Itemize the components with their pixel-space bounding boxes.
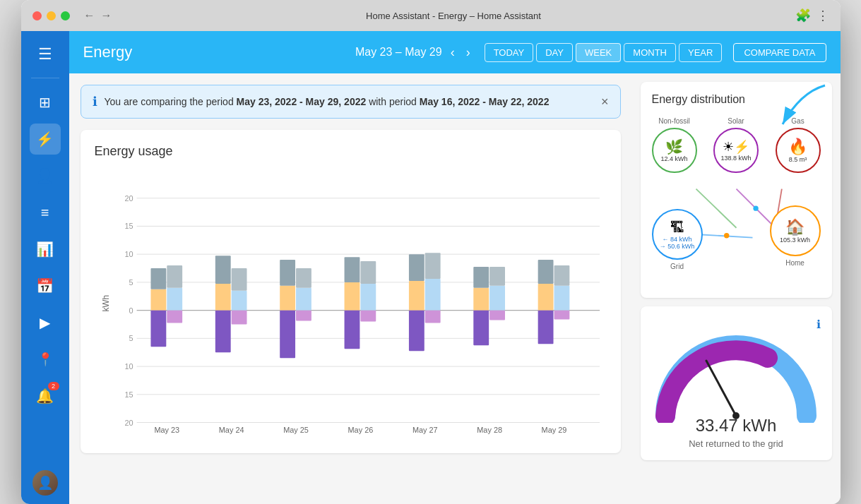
solar-node: Solar ☀⚡ 138.8 kWh <box>713 117 759 173</box>
svg-rect-28 <box>231 291 247 311</box>
svg-rect-43 <box>360 261 376 284</box>
info-icon: ℹ <box>93 94 97 109</box>
today-button[interactable]: TODAY <box>485 43 534 62</box>
grid-icon: 🏗 <box>670 220 684 236</box>
svg-rect-20 <box>150 268 166 289</box>
solar-icon: ☀⚡ <box>723 139 749 155</box>
svg-line-75 <box>706 361 736 416</box>
sidebar-divider <box>31 78 59 78</box>
menu-button[interactable]: ⋮ <box>817 8 829 23</box>
svg-rect-54 <box>473 288 489 311</box>
svg-rect-62 <box>538 260 553 284</box>
list-icon: ≡ <box>41 205 49 221</box>
day-button[interactable]: DAY <box>536 43 573 62</box>
svg-rect-61 <box>538 284 553 311</box>
content-area: ℹ You are comparing the period May 23, 2… <box>69 73 841 504</box>
sidebar-menu-icon[interactable]: ☰ <box>32 40 58 69</box>
month-button[interactable]: MONTH <box>624 43 676 62</box>
energy-chart: kWh 20 15 10 5 <box>95 170 607 436</box>
sidebar-item-list[interactable]: ≡ <box>30 197 61 228</box>
svg-text:10: 10 <box>124 250 133 258</box>
info-close-button[interactable]: × <box>601 95 609 109</box>
tools-icon: 📍 <box>37 352 53 367</box>
home-node: 🏠 105.3 kWh Home <box>770 205 821 267</box>
svg-rect-42 <box>360 284 376 311</box>
svg-text:15: 15 <box>124 222 133 230</box>
svg-rect-23 <box>150 311 166 347</box>
svg-rect-48 <box>408 254 424 281</box>
svg-text:May 26: May 26 <box>348 426 373 434</box>
svg-rect-37 <box>280 311 295 359</box>
media-icon: ▶ <box>40 314 50 331</box>
svg-rect-50 <box>424 253 440 279</box>
extensions-button[interactable]: 🧩 <box>795 8 811 23</box>
svg-rect-59 <box>489 311 505 320</box>
browser-nav: ← → <box>84 9 112 22</box>
sidebar-item-media[interactable]: ▶ <box>30 307 61 338</box>
avatar[interactable]: 👤 <box>32 470 58 496</box>
svg-rect-44 <box>344 311 360 349</box>
svg-rect-21 <box>167 288 182 311</box>
chart-wrapper: kWh 20 15 10 5 <box>95 170 607 439</box>
leaf-icon: 🌿 <box>665 138 683 155</box>
svg-text:5: 5 <box>129 278 133 287</box>
svg-rect-31 <box>231 311 247 325</box>
person-icon: 👤 <box>36 167 54 184</box>
non-fossil-label: Non-fossil <box>658 117 689 125</box>
minimize-traffic-light[interactable] <box>47 11 56 20</box>
gauge-info-icon[interactable]: ℹ <box>817 318 821 331</box>
sidebar: ☰ ⊞ ⚡ 👤 ≡ 📊 📅 ▶ 📍 <box>21 31 69 504</box>
solar-label: Solar <box>728 117 744 125</box>
app: ☰ ⊞ ⚡ 👤 ≡ 📊 📅 ▶ 📍 <box>21 31 841 504</box>
home-icon: 🏠 <box>785 218 804 236</box>
browser-window: ← → Home Assistant - Energy – Home Assis… <box>21 0 841 504</box>
sidebar-item-chart[interactable]: 📊 <box>30 234 61 265</box>
svg-rect-19 <box>150 289 166 311</box>
avatar-image: 👤 <box>32 470 58 496</box>
date-range: May 23 – May 29 <box>355 46 442 59</box>
svg-rect-47 <box>408 281 424 311</box>
solar-value: 138.8 kWh <box>720 155 751 162</box>
header: Energy May 23 – May 29 ‹ › TODAY DAY WEE… <box>69 31 841 73</box>
sidebar-item-energy[interactable]: ⚡ <box>30 124 61 155</box>
sidebar-item-notifications[interactable]: 🔔 2 <box>30 380 61 412</box>
sidebar-item-calendar[interactable]: 📅 <box>30 270 61 301</box>
close-traffic-light[interactable] <box>32 11 42 20</box>
sidebar-item-dashboard[interactable]: ⊞ <box>30 87 61 118</box>
energy-icon: ⚡ <box>36 131 54 148</box>
svg-rect-49 <box>424 279 440 311</box>
grid-value1: ← 84 kWh <box>662 236 691 243</box>
svg-text:May 27: May 27 <box>412 426 437 434</box>
svg-rect-63 <box>554 286 569 311</box>
browser-actions: 🧩 ⋮ <box>795 8 829 23</box>
left-panel: ℹ You are comparing the period May 23, 2… <box>69 73 632 504</box>
maximize-traffic-light[interactable] <box>61 11 70 20</box>
compare-data-button[interactable]: COMPARE DATA <box>733 43 826 62</box>
non-fossil-value: 12.4 kWh <box>660 155 687 162</box>
back-button[interactable]: ← <box>84 9 95 22</box>
home-label: Home <box>785 259 804 267</box>
svg-rect-58 <box>473 311 489 346</box>
svg-text:5: 5 <box>129 334 133 342</box>
gauge-svg <box>651 331 821 423</box>
energy-distribution-title: Energy distribution <box>652 93 821 106</box>
gauge-card: ℹ 33.47 kWh Net returned to the grid <box>641 306 832 460</box>
svg-rect-52 <box>424 311 440 323</box>
svg-text:15: 15 <box>124 390 133 399</box>
svg-rect-33 <box>280 286 295 311</box>
svg-rect-36 <box>296 268 311 288</box>
svg-point-74 <box>753 206 758 211</box>
notification-badge: 2 <box>48 382 59 390</box>
forward-button[interactable]: → <box>101 9 112 22</box>
week-button[interactable]: WEEK <box>576 43 621 62</box>
compare-info-banner: ℹ You are comparing the period May 23, 2… <box>81 85 621 119</box>
sidebar-item-tools[interactable]: 📍 <box>30 344 61 375</box>
sidebar-item-person[interactable]: 👤 <box>30 160 61 191</box>
gas-node: Gas 🔥 8.5 m³ <box>776 117 821 173</box>
chart-icon: 📊 <box>36 241 54 258</box>
date-next-button[interactable]: › <box>463 44 473 61</box>
svg-text:May 25: May 25 <box>283 426 309 434</box>
date-prev-button[interactable]: ‹ <box>448 44 458 61</box>
right-panel: Energy distribution <box>632 73 841 504</box>
year-button[interactable]: YEAR <box>679 43 722 62</box>
